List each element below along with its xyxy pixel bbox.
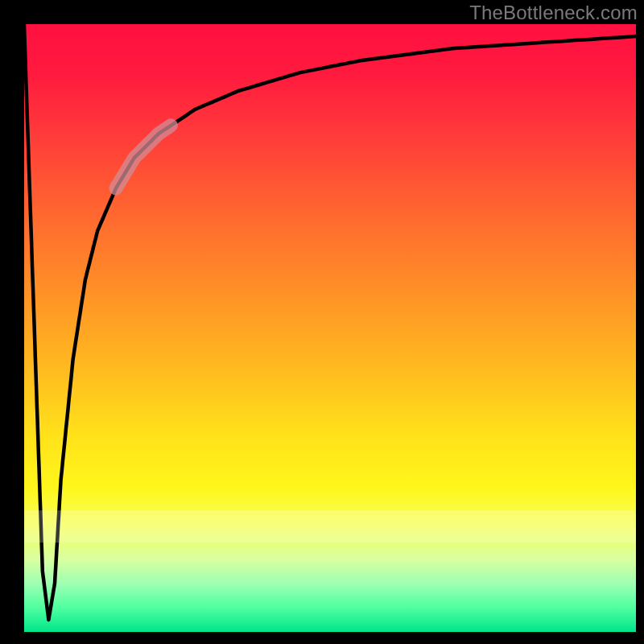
bottleneck-curve-path [24,24,636,620]
highlight-segment-path [116,126,171,188]
curve-svg [24,24,636,632]
watermark-text: TheBottleneck.com [469,2,638,24]
chart-frame: TheBottleneck.com [0,0,644,644]
plot-area [24,24,636,632]
